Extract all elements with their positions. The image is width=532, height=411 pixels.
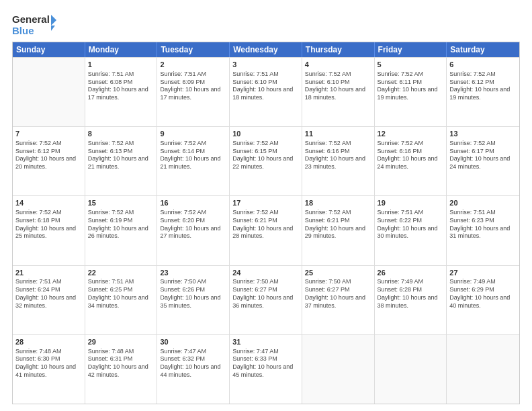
calendar-cell: 10Sunrise: 7:52 AMSunset: 6:15 PMDayligh…	[230, 127, 302, 195]
day-info: Sunrise: 7:51 AMSunset: 6:22 PMDaylight:…	[378, 209, 444, 240]
calendar-cell: 22Sunrise: 7:51 AMSunset: 6:25 PMDayligh…	[85, 266, 158, 334]
calendar-cell: 25Sunrise: 7:50 AMSunset: 6:27 PMDayligh…	[302, 266, 375, 334]
day-info: Sunrise: 7:52 AMSunset: 6:19 PMDaylight:…	[88, 209, 154, 240]
calendar-cell: 7Sunrise: 7:52 AMSunset: 6:12 PMDaylight…	[13, 127, 85, 195]
day-info: Sunrise: 7:51 AMSunset: 6:24 PMDaylight:…	[15, 278, 82, 310]
calendar-cell: 29Sunrise: 7:48 AMSunset: 6:31 PMDayligh…	[85, 335, 158, 404]
day-number: 4	[305, 60, 371, 70]
day-info: Sunrise: 7:49 AMSunset: 6:29 PMDaylight:…	[449, 278, 517, 310]
day-number: 17	[232, 198, 299, 208]
day-of-week-header: Monday	[85, 42, 158, 57]
day-number: 9	[160, 129, 226, 139]
calendar-cell: 3Sunrise: 7:51 AMSunset: 6:10 PMDaylight…	[230, 58, 302, 126]
svg-text:General: General	[12, 13, 50, 25]
day-number: 5	[378, 60, 444, 70]
calendar-cell: 12Sunrise: 7:52 AMSunset: 6:16 PMDayligh…	[375, 127, 447, 195]
calendar-cell: 26Sunrise: 7:49 AMSunset: 6:28 PMDayligh…	[375, 266, 447, 334]
day-of-week-header: Saturday	[447, 42, 519, 57]
calendar-cell: 20Sunrise: 7:51 AMSunset: 6:23 PMDayligh…	[447, 196, 519, 265]
calendar-cell: 6Sunrise: 7:52 AMSunset: 6:12 PMDaylight…	[447, 58, 519, 126]
day-info: Sunrise: 7:52 AMSunset: 6:12 PMDaylight:…	[15, 140, 82, 171]
calendar-cell: 16Sunrise: 7:52 AMSunset: 6:20 PMDayligh…	[157, 196, 230, 265]
calendar-row: 28Sunrise: 7:48 AMSunset: 6:30 PMDayligh…	[13, 334, 519, 404]
logo: GeneralBlue	[12, 12, 59, 36]
calendar-cell: 14Sunrise: 7:52 AMSunset: 6:18 PMDayligh…	[13, 196, 85, 265]
svg-text:Blue: Blue	[12, 25, 34, 36]
day-number: 12	[378, 129, 444, 139]
day-number: 14	[15, 198, 82, 208]
calendar-header: SundayMondayTuesdayWednesdayThursdayFrid…	[13, 42, 519, 57]
calendar-cell: 27Sunrise: 7:49 AMSunset: 6:29 PMDayligh…	[447, 266, 519, 334]
day-number: 10	[232, 129, 299, 139]
day-info: Sunrise: 7:50 AMSunset: 6:26 PMDaylight:…	[160, 278, 226, 310]
day-number: 31	[232, 337, 299, 347]
calendar-cell: 19Sunrise: 7:51 AMSunset: 6:22 PMDayligh…	[375, 196, 447, 265]
day-info: Sunrise: 7:48 AMSunset: 6:31 PMDaylight:…	[88, 348, 154, 379]
logo-svg: GeneralBlue	[12, 12, 59, 36]
day-number: 24	[232, 268, 299, 278]
day-info: Sunrise: 7:50 AMSunset: 6:27 PMDaylight:…	[305, 278, 371, 310]
day-info: Sunrise: 7:47 AMSunset: 6:33 PMDaylight:…	[232, 348, 299, 379]
calendar-cell	[447, 335, 519, 404]
day-number: 7	[15, 129, 82, 139]
day-info: Sunrise: 7:52 AMSunset: 6:16 PMDaylight:…	[378, 140, 444, 171]
day-info: Sunrise: 7:52 AMSunset: 6:11 PMDaylight:…	[378, 71, 444, 102]
day-number: 22	[88, 268, 154, 278]
day-info: Sunrise: 7:52 AMSunset: 6:14 PMDaylight:…	[160, 140, 226, 171]
day-number: 26	[378, 268, 444, 278]
day-number: 1	[88, 60, 154, 70]
day-info: Sunrise: 7:47 AMSunset: 6:32 PMDaylight:…	[160, 348, 226, 379]
day-info: Sunrise: 7:48 AMSunset: 6:30 PMDaylight:…	[15, 348, 82, 379]
day-number: 11	[305, 129, 371, 139]
day-info: Sunrise: 7:52 AMSunset: 6:21 PMDaylight:…	[232, 209, 299, 240]
day-info: Sunrise: 7:51 AMSunset: 6:09 PMDaylight:…	[160, 71, 226, 102]
day-number: 18	[305, 198, 371, 208]
day-info: Sunrise: 7:51 AMSunset: 6:10 PMDaylight:…	[232, 71, 299, 102]
day-number: 23	[160, 268, 226, 278]
svg-marker-2	[51, 15, 56, 31]
calendar-cell: 9Sunrise: 7:52 AMSunset: 6:14 PMDaylight…	[157, 127, 230, 195]
day-number: 25	[305, 268, 371, 278]
day-info: Sunrise: 7:52 AMSunset: 6:17 PMDaylight:…	[449, 140, 517, 171]
calendar-cell: 24Sunrise: 7:50 AMSunset: 6:27 PMDayligh…	[230, 266, 302, 334]
day-info: Sunrise: 7:51 AMSunset: 6:25 PMDaylight:…	[88, 278, 154, 310]
header: GeneralBlue	[12, 12, 520, 36]
calendar-cell: 15Sunrise: 7:52 AMSunset: 6:19 PMDayligh…	[85, 196, 158, 265]
day-of-week-header: Sunday	[13, 42, 85, 57]
calendar-cell	[375, 335, 447, 404]
calendar-cell: 18Sunrise: 7:52 AMSunset: 6:21 PMDayligh…	[302, 196, 375, 265]
calendar-cell: 13Sunrise: 7:52 AMSunset: 6:17 PMDayligh…	[447, 127, 519, 195]
day-number: 6	[449, 60, 517, 70]
calendar-cell: 31Sunrise: 7:47 AMSunset: 6:33 PMDayligh…	[230, 335, 302, 404]
day-number: 29	[88, 337, 154, 347]
calendar-cell: 2Sunrise: 7:51 AMSunset: 6:09 PMDaylight…	[157, 58, 230, 126]
day-info: Sunrise: 7:51 AMSunset: 6:23 PMDaylight:…	[449, 209, 517, 240]
day-info: Sunrise: 7:52 AMSunset: 6:10 PMDaylight:…	[305, 71, 371, 102]
day-info: Sunrise: 7:52 AMSunset: 6:21 PMDaylight:…	[305, 209, 371, 240]
calendar-cell: 5Sunrise: 7:52 AMSunset: 6:11 PMDaylight…	[375, 58, 447, 126]
day-number: 21	[15, 268, 82, 278]
calendar-cell: 17Sunrise: 7:52 AMSunset: 6:21 PMDayligh…	[230, 196, 302, 265]
day-of-week-header: Friday	[375, 42, 447, 57]
calendar-cell: 1Sunrise: 7:51 AMSunset: 6:08 PMDaylight…	[85, 58, 158, 126]
day-info: Sunrise: 7:52 AMSunset: 6:13 PMDaylight:…	[88, 140, 154, 171]
day-number: 3	[232, 60, 299, 70]
day-number: 27	[449, 268, 517, 278]
day-number: 2	[160, 60, 226, 70]
day-info: Sunrise: 7:52 AMSunset: 6:18 PMDaylight:…	[15, 209, 82, 240]
calendar-cell: 8Sunrise: 7:52 AMSunset: 6:13 PMDaylight…	[85, 127, 158, 195]
calendar-cell	[13, 58, 85, 126]
day-of-week-header: Tuesday	[157, 42, 230, 57]
day-number: 16	[160, 198, 226, 208]
calendar-cell: 28Sunrise: 7:48 AMSunset: 6:30 PMDayligh…	[13, 335, 85, 404]
day-info: Sunrise: 7:50 AMSunset: 6:27 PMDaylight:…	[232, 278, 299, 310]
day-info: Sunrise: 7:52 AMSunset: 6:20 PMDaylight:…	[160, 209, 226, 240]
page: GeneralBlue SundayMondayTuesdayWednesday…	[0, 0, 532, 411]
day-number: 13	[449, 129, 517, 139]
day-of-week-header: Wednesday	[230, 42, 302, 57]
day-number: 28	[15, 337, 82, 347]
calendar-row: 7Sunrise: 7:52 AMSunset: 6:12 PMDaylight…	[13, 126, 519, 195]
calendar-cell: 30Sunrise: 7:47 AMSunset: 6:32 PMDayligh…	[157, 335, 230, 404]
calendar-cell: 21Sunrise: 7:51 AMSunset: 6:24 PMDayligh…	[13, 266, 85, 334]
day-number: 20	[449, 198, 517, 208]
